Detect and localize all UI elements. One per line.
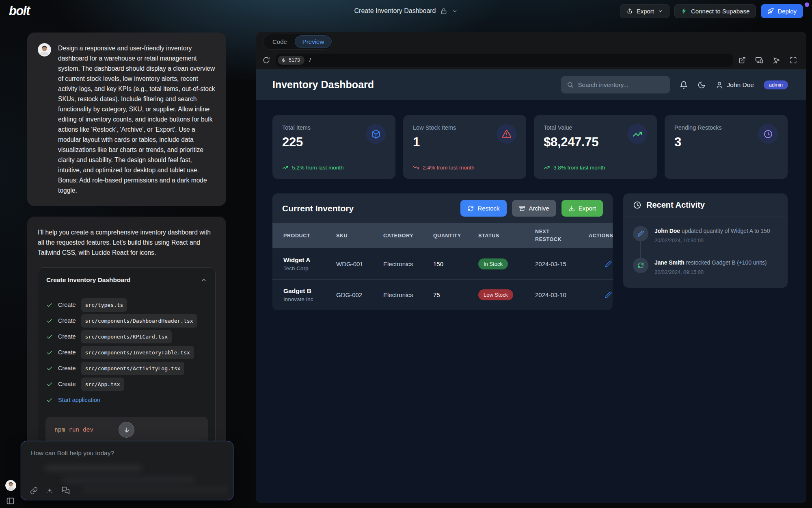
inventory-title: Current Inventory: [282, 204, 354, 213]
check-icon: [46, 318, 53, 324]
start-application-step: Start application: [46, 395, 207, 406]
scroll-down-button[interactable]: [119, 422, 134, 438]
trend-up-icon: [544, 165, 550, 171]
artifact-steps: Create src/types.ts Create src/component…: [38, 292, 215, 413]
activity-title: Recent Activity: [646, 200, 705, 210]
refresh-icon: [467, 205, 474, 212]
package-icon: [366, 124, 386, 144]
plug-icon: [281, 58, 286, 63]
view-switcher: Code Preview: [263, 34, 333, 50]
kpi-card-low-stock: Low Stock Items 1 2.4% from last month: [403, 115, 526, 179]
artifact-title: Create Inventory Dashboard: [46, 275, 131, 285]
kpi-card-total-value: Total Value $8,247.75 3.8% from last mon…: [534, 115, 657, 179]
artifact-step: Create src/components/ActivityLog.tsx: [46, 363, 207, 374]
deploy-button[interactable]: Deploy: [761, 4, 803, 18]
status-cell: Low Stock: [478, 289, 535, 300]
file-chip[interactable]: src/App.tsx: [81, 378, 124, 391]
table-row: Gadget B Innovate Inc GDG-002 Electronic…: [272, 279, 613, 310]
chevron-up-icon[interactable]: [201, 277, 207, 283]
lock-icon[interactable]: [441, 8, 447, 15]
chat-icon[interactable]: [62, 486, 70, 495]
assistant-message: I'll help you create a comprehensive inv…: [27, 217, 226, 478]
restock-button[interactable]: Restock: [460, 200, 506, 217]
file-chip[interactable]: src/components/ActivityLog.tsx: [81, 362, 185, 375]
user-avatar: [38, 43, 51, 56]
activity-timestamp: 20/02/2024, 10:30:00: [654, 237, 770, 245]
redacted-suggestion: [62, 476, 196, 484]
dashboard-header: Inventory Dashboard John Doe admin: [256, 69, 806, 100]
column-header: Category: [383, 233, 433, 239]
trend-down-icon: [413, 165, 419, 171]
tab-code[interactable]: Code: [265, 35, 295, 48]
check-icon: [46, 365, 53, 372]
search-input[interactable]: [578, 81, 664, 88]
search-box[interactable]: [561, 76, 670, 93]
fullscreen-icon[interactable]: [790, 56, 797, 64]
bell-icon[interactable]: [680, 81, 688, 89]
bolt-logo[interactable]: bolt: [9, 4, 30, 18]
link-icon[interactable]: [30, 487, 38, 495]
start-application-link[interactable]: Start application: [58, 395, 100, 405]
inspector-off-icon[interactable]: [773, 56, 780, 64]
artifact-header[interactable]: Create Inventory Dashboard: [38, 268, 215, 292]
dashboard-header-actions: John Doe admin: [561, 76, 788, 93]
file-chip[interactable]: src/types.ts: [81, 298, 127, 312]
restock-date-cell: 2024-03-15: [535, 261, 589, 267]
moon-icon[interactable]: [698, 81, 706, 89]
archive-button[interactable]: Archive: [512, 200, 556, 217]
account-avatar[interactable]: [5, 480, 16, 491]
devices-icon[interactable]: [755, 56, 763, 64]
edit-pencil-icon[interactable]: [605, 261, 613, 267]
top-bar-actions: Export Connect to Supabase Deploy: [620, 4, 803, 18]
connect-supabase-button[interactable]: Connect to Supabase: [674, 4, 756, 18]
kpi-card-total-items: Total Items 225 5.2% from last month: [272, 115, 395, 179]
file-chip[interactable]: src/components/DashboardHeader.tsx: [81, 314, 197, 328]
export-button[interactable]: Export: [620, 4, 669, 18]
activity-item: John Doe updated quantity of Widget A to…: [633, 226, 778, 245]
port-chip[interactable]: 5173: [278, 56, 304, 65]
sku-cell: GDG-002: [336, 291, 383, 298]
rocket-icon: [767, 8, 774, 14]
kpi-trend: 5.2% from last month: [282, 165, 344, 171]
redacted-suggestion: [45, 465, 142, 471]
file-chip[interactable]: src/components/KPICard.tsx: [81, 330, 172, 343]
edit-pencil-icon[interactable]: [605, 291, 613, 298]
preview-actions: [739, 56, 799, 64]
artifact-step: Create src/components/KPICard.tsx: [46, 331, 207, 342]
arrow-down-icon: [123, 426, 130, 434]
column-header: Quantity: [433, 233, 478, 239]
user-menu[interactable]: John Doe: [715, 81, 754, 89]
tab-preview[interactable]: Preview: [295, 35, 332, 48]
artifact-step: Create src/components/InventoryTable.tsx: [46, 347, 207, 358]
check-icon: [46, 334, 53, 340]
file-chip[interactable]: src/components/InventoryTable.tsx: [81, 346, 194, 359]
sparkles-icon[interactable]: [46, 487, 54, 495]
kpi-card-pending-restocks: Pending Restocks 3: [665, 115, 788, 179]
reload-icon[interactable]: [263, 56, 270, 64]
bulk-actions: Restock Archive Export: [460, 200, 603, 217]
export-csv-button[interactable]: Export: [561, 200, 603, 217]
top-bar: bolt Create Inventory Dashboard Export C…: [0, 0, 812, 22]
check-icon: [46, 397, 53, 404]
column-header: SKU: [336, 233, 383, 239]
status-cell: In Stock: [478, 258, 535, 269]
user-name: John Doe: [727, 81, 754, 89]
chevron-down-icon[interactable]: [452, 8, 458, 14]
chat-input-placeholder: How can Bolt help you today?: [21, 441, 233, 457]
column-header: Actions: [589, 233, 613, 239]
category-cell: Electronics: [383, 291, 433, 298]
sidebar-toggle-icon[interactable]: [6, 497, 15, 505]
activity-item: Jane Smith restocked Gadget B (+100 unit…: [633, 258, 778, 276]
category-cell: Electronics: [383, 261, 433, 267]
role-badge: admin: [764, 80, 788, 89]
activity-timestamp: 20/02/2024, 09:15:00: [654, 269, 767, 276]
command-args: run dev: [69, 426, 93, 433]
dashboard-main-row: Current Inventory Restock Archive Exp: [272, 193, 788, 310]
project-title-group[interactable]: Create Inventory Dashboard: [354, 7, 458, 15]
status-badge: Low Stock: [478, 289, 513, 300]
quantity-cell: 75: [433, 291, 478, 298]
chat-input-box[interactable]: How can Bolt help you today?: [21, 441, 233, 500]
external-link-icon[interactable]: [739, 56, 746, 64]
artifact-step: Create src/components/DashboardHeader.ts…: [46, 315, 207, 326]
url-address-field[interactable]: 5173 /: [276, 54, 733, 67]
